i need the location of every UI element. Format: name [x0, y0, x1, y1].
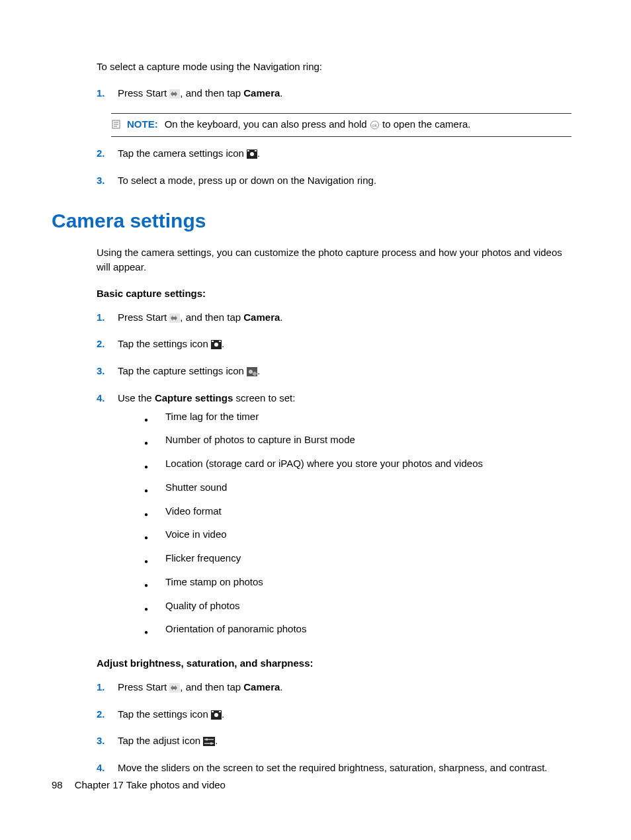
bullet-icon: ●	[144, 417, 165, 423]
list-item: 2. Tap the settings icon .	[97, 707, 571, 724]
step-body: Tap the settings icon .	[118, 707, 571, 724]
svg-rect-26	[203, 737, 215, 746]
top-intro: To select a capture mode using the Navig…	[97, 60, 571, 74]
start-icon	[169, 312, 180, 327]
step-body: Tap the camera settings icon .	[118, 146, 571, 163]
step-body: Tap the adjust icon .	[118, 734, 571, 750]
svg-point-8	[250, 152, 254, 156]
bullet-icon: ●	[144, 440, 165, 446]
step-number: 4.	[97, 391, 118, 405]
step-number: 2.	[97, 146, 118, 161]
svg-rect-25	[219, 711, 221, 712]
svg-rect-10	[255, 150, 257, 151]
list-item: 1. Press Start , and then tap Camera.	[97, 310, 571, 327]
svg-rect-30	[210, 743, 212, 745]
list-item: 3. Tap the adjust icon .	[97, 734, 571, 750]
step-number: 4.	[97, 761, 118, 775]
bullet-icon: ●	[144, 511, 165, 518]
step-body: Press Start , and then tap Camera.	[118, 310, 571, 327]
list-item: ●Location (storage card or iPAQ) where y…	[144, 456, 571, 471]
bullet-icon: ●	[144, 464, 165, 470]
note-body: NOTE:On the keyboard, you can also press…	[127, 117, 470, 134]
step-body: To select a mode, press up or down on th…	[118, 173, 571, 188]
settings-icon	[211, 339, 222, 353]
step-number: 1.	[97, 310, 118, 325]
page-footer: 98Chapter 17 Take photos and video	[52, 778, 226, 792]
svg-rect-9	[247, 150, 249, 151]
svg-point-23	[214, 713, 218, 717]
start-icon	[169, 682, 180, 696]
list-item: ●Number of photos to capture in Burst mo…	[144, 433, 571, 447]
list-item: ●Time lag for the timer	[144, 409, 571, 424]
list-item: 1. Press Start , and then tap Camera.	[97, 86, 571, 103]
bullet-icon: ●	[144, 487, 165, 494]
svg-point-17	[249, 370, 253, 374]
svg-rect-24	[212, 711, 214, 712]
camera-settings-icon	[247, 148, 257, 163]
step-body: Tap the capture settings icon .	[118, 364, 571, 380]
list-item: 4. Move the sliders on the screen to set…	[97, 761, 571, 775]
list-item: 4. Use the Capture settings screen to se…	[97, 391, 571, 646]
adjust-heading: Adjust brightness, saturation, and sharp…	[97, 656, 571, 671]
list-item: ●Shutter sound	[144, 480, 571, 495]
list-item: 2. Tap the camera settings icon .	[97, 146, 571, 163]
basic-heading: Basic capture settings:	[97, 286, 571, 301]
step-number: 2.	[97, 707, 118, 722]
list-item: ●Voice in video	[144, 527, 571, 542]
adjust-steps: 1. Press Start , and then tap Camera. 2.…	[97, 680, 571, 775]
note-label: NOTE:	[127, 118, 158, 130]
page-number: 98	[52, 779, 63, 790]
list-item: ●Quality of photos	[144, 599, 571, 613]
bullet-icon: ●	[144, 534, 165, 541]
top-steps: 1. Press Start , and then tap Camera.	[97, 86, 571, 103]
bullet-icon: ●	[144, 606, 165, 612]
step-number: 3.	[97, 364, 118, 378]
bullet-icon: ●	[144, 629, 165, 636]
step-body: Move the sliders on the screen to set th…	[118, 761, 571, 775]
section-intro: Using the camera settings, you can custo…	[97, 245, 571, 274]
svg-rect-28	[206, 739, 208, 741]
step-body: Press Start , and then tap Camera.	[118, 86, 571, 103]
step-number: 1.	[97, 86, 118, 101]
list-item: ●Orientation of panoramic photos	[144, 622, 571, 636]
note-icon	[111, 118, 123, 133]
step-body: Press Start , and then tap Camera.	[118, 680, 571, 696]
step-number: 3.	[97, 173, 118, 188]
ok-icon: ok	[370, 119, 380, 134]
step-body: Tap the settings icon .	[118, 337, 571, 353]
list-item: 3. To select a mode, press up or down on…	[97, 173, 571, 188]
chapter-title: Chapter 17 Take photos and video	[75, 779, 226, 790]
page: To select a capture mode using the Navig…	[0, 0, 631, 840]
list-item: ●Flicker frequency	[144, 551, 571, 566]
capture-options: ●Time lag for the timer ●Number of photo…	[144, 409, 571, 637]
step-body: Use the Capture settings screen to set: …	[118, 391, 571, 646]
adjust-icon	[203, 735, 215, 750]
step-number: 3.	[97, 734, 118, 748]
settings-icon	[211, 709, 222, 724]
bullet-icon: ●	[144, 558, 165, 565]
bullet-icon: ●	[144, 582, 165, 589]
step-number: 1.	[97, 680, 118, 694]
svg-rect-15	[219, 341, 221, 342]
svg-rect-14	[212, 341, 214, 342]
note: NOTE:On the keyboard, you can also press…	[111, 113, 571, 138]
list-item: 1. Press Start , and then tap Camera.	[97, 680, 571, 696]
list-item: 2. Tap the settings icon .	[97, 337, 571, 353]
svg-point-13	[214, 343, 218, 347]
list-item: 3. Tap the capture settings icon .	[97, 364, 571, 380]
heading-camera-settings: Camera settings	[52, 206, 571, 235]
top-steps-cont: 2. Tap the camera settings icon . 3. To …	[97, 146, 571, 188]
svg-text:ok: ok	[372, 123, 378, 128]
basic-steps: 1. Press Start , and then tap Camera. 2.…	[97, 310, 571, 646]
list-item: ●Time stamp on photos	[144, 575, 571, 589]
list-item: ●Video format	[144, 504, 571, 519]
step-number: 2.	[97, 337, 118, 351]
start-icon	[169, 88, 180, 103]
capture-settings-icon	[247, 366, 257, 380]
